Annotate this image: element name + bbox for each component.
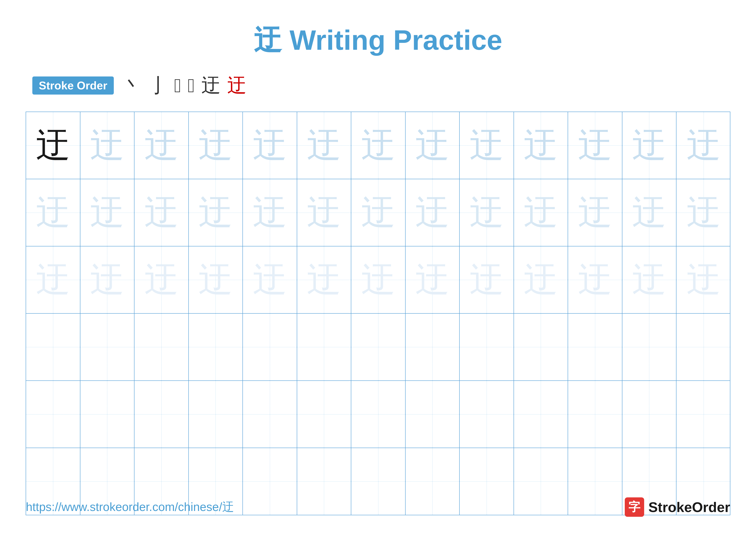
grid-cell-3-3[interactable]: 迂 bbox=[134, 246, 189, 313]
grid-cell-4-9[interactable] bbox=[460, 314, 514, 380]
grid-row-4 bbox=[26, 314, 730, 381]
grid-row-5 bbox=[26, 381, 730, 448]
grid-cell-3-9[interactable]: 迂 bbox=[460, 246, 514, 313]
grid-cell-4-11[interactable] bbox=[568, 314, 622, 380]
grid-cell-4-13[interactable] bbox=[676, 314, 731, 380]
grid-cell-3-4[interactable]: 迂 bbox=[189, 246, 243, 313]
grid-cell-3-8[interactable]: 迂 bbox=[406, 246, 460, 313]
grid-cell-4-6[interactable] bbox=[297, 314, 351, 380]
grid-cell-1-1[interactable]: 迂 bbox=[26, 112, 80, 179]
char-light: 迂 bbox=[361, 195, 395, 230]
char-light: 迂 bbox=[632, 263, 666, 297]
char-light: 迂 bbox=[687, 263, 721, 297]
grid-cell-2-12[interactable]: 迂 bbox=[622, 179, 677, 246]
grid-cell-2-3[interactable]: 迂 bbox=[134, 179, 189, 246]
char-light: 迂 bbox=[578, 263, 612, 297]
grid-cell-1-6[interactable]: 迂 bbox=[297, 112, 351, 179]
grid-cell-4-1[interactable] bbox=[26, 314, 80, 380]
grid-cell-5-6[interactable] bbox=[297, 381, 351, 447]
grid-cell-1-4[interactable]: 迂 bbox=[189, 112, 243, 179]
practice-grid: 迂 迂 迂 迂 迂 迂 迂 迂 迂 bbox=[26, 112, 730, 515]
stroke-4: 𰤿 bbox=[188, 75, 195, 97]
char-light: 迂 bbox=[578, 195, 612, 230]
grid-cell-4-10[interactable] bbox=[514, 314, 568, 380]
char-light: 迂 bbox=[90, 128, 124, 163]
char-light: 迂 bbox=[687, 128, 721, 163]
grid-cell-3-7[interactable]: 迂 bbox=[351, 246, 406, 313]
grid-cell-2-9[interactable]: 迂 bbox=[460, 179, 514, 246]
char-light: 迂 bbox=[253, 195, 287, 230]
page: 迂 Writing Practice Stroke Order 丶 亅 𠃊 𰤿 … bbox=[0, 0, 756, 534]
grid-cell-4-2[interactable] bbox=[80, 314, 135, 380]
char-light: 迂 bbox=[524, 195, 558, 230]
grid-cell-3-10[interactable]: 迂 bbox=[514, 246, 568, 313]
char-light: 迂 bbox=[144, 263, 179, 297]
grid-cell-2-11[interactable]: 迂 bbox=[568, 179, 622, 246]
page-title: 迂 Writing Practice bbox=[254, 21, 502, 60]
grid-cell-1-11[interactable]: 迂 bbox=[568, 112, 622, 179]
grid-cell-2-5[interactable]: 迂 bbox=[243, 179, 297, 246]
grid-cell-5-1[interactable] bbox=[26, 381, 80, 447]
grid-cell-5-8[interactable] bbox=[406, 381, 460, 447]
grid-cell-3-13[interactable]: 迂 bbox=[676, 246, 731, 313]
stroke-5: 迂 bbox=[201, 72, 221, 99]
grid-cell-2-6[interactable]: 迂 bbox=[297, 179, 351, 246]
stroke-order-row: Stroke Order 丶 亅 𠃊 𰤿 迂 迂 bbox=[26, 72, 730, 99]
grid-cell-5-13[interactable] bbox=[676, 381, 731, 447]
grid-cell-4-4[interactable] bbox=[189, 314, 243, 380]
grid-cell-2-8[interactable]: 迂 bbox=[406, 179, 460, 246]
grid-cell-4-3[interactable] bbox=[134, 314, 189, 380]
grid-cell-5-11[interactable] bbox=[568, 381, 622, 447]
grid-cell-4-5[interactable] bbox=[243, 314, 297, 380]
grid-cell-5-12[interactable] bbox=[622, 381, 677, 447]
stroke-3: 𠃊 bbox=[174, 75, 181, 97]
char-light: 迂 bbox=[144, 195, 179, 230]
char-light: 迂 bbox=[361, 263, 395, 297]
stroke-2: 亅 bbox=[148, 72, 168, 99]
grid-cell-1-8[interactable]: 迂 bbox=[406, 112, 460, 179]
grid-cell-4-8[interactable] bbox=[406, 314, 460, 380]
char-light: 迂 bbox=[470, 128, 504, 163]
grid-cell-1-10[interactable]: 迂 bbox=[514, 112, 568, 179]
grid-cell-3-11[interactable]: 迂 bbox=[568, 246, 622, 313]
char-solid: 迂 bbox=[36, 128, 70, 163]
grid-cell-2-4[interactable]: 迂 bbox=[189, 179, 243, 246]
char-light: 迂 bbox=[578, 128, 612, 163]
grid-cell-2-2[interactable]: 迂 bbox=[80, 179, 135, 246]
grid-cell-5-4[interactable] bbox=[189, 381, 243, 447]
grid-cell-5-3[interactable] bbox=[134, 381, 189, 447]
grid-cell-1-13[interactable]: 迂 bbox=[676, 112, 731, 179]
grid-cell-1-7[interactable]: 迂 bbox=[351, 112, 406, 179]
grid-cell-3-5[interactable]: 迂 bbox=[243, 246, 297, 313]
grid-cell-2-13[interactable]: 迂 bbox=[676, 179, 731, 246]
char-light: 迂 bbox=[36, 195, 70, 230]
grid-cell-1-2[interactable]: 迂 bbox=[80, 112, 135, 179]
grid-cell-3-6[interactable]: 迂 bbox=[297, 246, 351, 313]
grid-cell-5-5[interactable] bbox=[243, 381, 297, 447]
char-light: 迂 bbox=[307, 195, 341, 230]
grid-cell-5-10[interactable] bbox=[514, 381, 568, 447]
char-light: 迂 bbox=[632, 128, 666, 163]
char-light: 迂 bbox=[90, 195, 124, 230]
grid-cell-3-12[interactable]: 迂 bbox=[622, 246, 677, 313]
grid-cell-1-12[interactable]: 迂 bbox=[622, 112, 677, 179]
footer-logo: 字 StrokeOrder bbox=[625, 497, 730, 517]
grid-cell-5-7[interactable] bbox=[351, 381, 406, 447]
grid-cell-3-2[interactable]: 迂 bbox=[80, 246, 135, 313]
grid-cell-5-2[interactable] bbox=[80, 381, 135, 447]
grid-cell-3-1[interactable]: 迂 bbox=[26, 246, 80, 313]
char-light: 迂 bbox=[253, 128, 287, 163]
grid-cell-4-12[interactable] bbox=[622, 314, 677, 380]
char-light: 迂 bbox=[198, 195, 233, 230]
char-light: 迂 bbox=[470, 195, 504, 230]
grid-cell-4-7[interactable] bbox=[351, 314, 406, 380]
grid-cell-1-3[interactable]: 迂 bbox=[134, 112, 189, 179]
grid-cell-1-5[interactable]: 迂 bbox=[243, 112, 297, 179]
stroke-6: 迂 bbox=[227, 72, 247, 99]
grid-cell-5-9[interactable] bbox=[460, 381, 514, 447]
grid-cell-2-1[interactable]: 迂 bbox=[26, 179, 80, 246]
grid-cell-2-10[interactable]: 迂 bbox=[514, 179, 568, 246]
grid-cell-2-7[interactable]: 迂 bbox=[351, 179, 406, 246]
grid-cell-1-9[interactable]: 迂 bbox=[460, 112, 514, 179]
footer-url[interactable]: https://www.strokeorder.com/chinese/迂 bbox=[26, 499, 234, 515]
